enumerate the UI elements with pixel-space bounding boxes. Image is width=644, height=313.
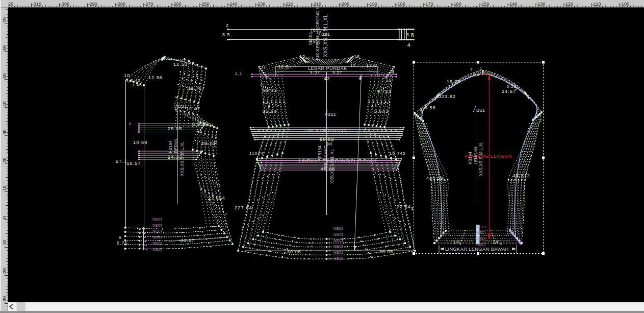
svg-text:213: 213 bbox=[305, 56, 314, 60]
svg-text:XXS,XS,S,M,L,XL: XXS,XS,S,M,L,XL bbox=[179, 141, 185, 176]
svg-text:NECI: NECI bbox=[333, 256, 343, 261]
svg-text:NECI: NECI bbox=[152, 241, 162, 246]
svg-text:30.07: 30.07 bbox=[181, 238, 195, 243]
svg-text:12.5: 12.5 bbox=[366, 63, 377, 68]
svg-text:LINGKAR DADA[2]: LINGKAR DADA[2] bbox=[304, 128, 348, 133]
svg-text:DEPAN: DEPAN bbox=[173, 138, 178, 153]
svg-text:10.69: 10.69 bbox=[133, 140, 148, 145]
svg-text:NECI: NECI bbox=[333, 244, 343, 249]
svg-text:2,18: 2,18 bbox=[300, 60, 310, 64]
svg-text:XXS,XS,S,M,L,XL: XXS,XS,S,M,L,XL bbox=[329, 149, 334, 184]
svg-text:3: 3 bbox=[459, 242, 461, 246]
svg-text:60: 60 bbox=[2, 45, 7, 51]
svg-text:-240: -240 bbox=[228, 2, 237, 7]
svg-text:NECI: NECI bbox=[333, 226, 343, 231]
svg-text:-200: -200 bbox=[340, 2, 349, 7]
svg-text:50: 50 bbox=[2, 74, 7, 79]
svg-text:30.06: 30.06 bbox=[287, 249, 301, 254]
svg-text:2.4: 2.4 bbox=[473, 73, 480, 77]
svg-text:-250: -250 bbox=[200, 2, 209, 7]
svg-text:10: 10 bbox=[124, 73, 130, 78]
svg-text:10: 10 bbox=[2, 185, 7, 190]
svg-text:NECI: NECI bbox=[152, 229, 162, 233]
svg-text:3: 3 bbox=[411, 206, 414, 211]
svg-text:30: 30 bbox=[2, 130, 7, 135]
svg-text:23.82: 23.82 bbox=[442, 94, 456, 99]
svg-text:-140: -140 bbox=[508, 2, 517, 7]
svg-text:12.5: 12.5 bbox=[278, 64, 289, 69]
svg-text:-120: -120 bbox=[564, 2, 573, 7]
svg-text:1.46: 1.46 bbox=[132, 83, 142, 87]
svg-text:-30: -30 bbox=[2, 296, 7, 303]
svg-text:NECI: NECI bbox=[333, 250, 343, 255]
svg-text:2: 2 bbox=[226, 23, 229, 28]
svg-text:12.47: 12.47 bbox=[186, 106, 200, 111]
svg-text:-10: -10 bbox=[2, 240, 7, 247]
svg-text:2: 2 bbox=[129, 122, 132, 126]
svg-text:40: 40 bbox=[2, 102, 7, 107]
svg-text:FB194: FB194 bbox=[168, 140, 173, 153]
svg-text:BIS KERAH + LORONG KE: BIS KERAH + LORONG KE bbox=[315, 3, 320, 60]
svg-text:NECI: NECI bbox=[476, 242, 486, 247]
svg-text:FB194: FB194 bbox=[308, 32, 313, 45]
svg-text:3.42: 3.42 bbox=[131, 78, 141, 83]
svg-text:9: 9 bbox=[268, 104, 271, 109]
svg-text:NECI: NECI bbox=[152, 223, 162, 228]
svg-text:-310: -310 bbox=[32, 2, 41, 7]
svg-text:2,1: 2,1 bbox=[235, 71, 242, 76]
svg-text:-100: -100 bbox=[620, 2, 629, 7]
svg-text:5.643: 5.643 bbox=[374, 109, 389, 114]
svg-text:3.3: 3.3 bbox=[257, 128, 265, 133]
svg-text:0.75: 0.75 bbox=[117, 240, 128, 246]
svg-text:30.06: 30.06 bbox=[379, 249, 394, 254]
svg-text:27.64: 27.64 bbox=[397, 204, 411, 209]
svg-text:-0.22: -0.22 bbox=[505, 84, 517, 89]
svg-text:8.951: 8.951 bbox=[192, 122, 207, 127]
svg-text:24.67: 24.67 bbox=[502, 89, 516, 94]
svg-text:25.05: 25.05 bbox=[168, 126, 183, 131]
svg-text:3: 3 bbox=[500, 242, 502, 246]
svg-text:57.7: 57.7 bbox=[116, 159, 127, 164]
svg-text:LINGKAR LENGAN BAWAH: LINGKAR LENGAN BAWAH bbox=[445, 247, 509, 252]
svg-text:0: 0 bbox=[2, 216, 7, 219]
svg-text:15.98: 15.98 bbox=[447, 79, 461, 84]
svg-text:12.53: 12.53 bbox=[173, 62, 188, 67]
svg-text:NECI: NECI bbox=[152, 235, 162, 239]
svg-text:-190: -190 bbox=[368, 2, 377, 7]
svg-text:FB194: FB194 bbox=[317, 146, 322, 158]
svg-text:11.: 11. bbox=[261, 65, 268, 69]
svg-text:NECI: NECI bbox=[333, 238, 343, 243]
svg-text:42: 42 bbox=[324, 76, 330, 81]
svg-text:9.723: 9.723 bbox=[377, 89, 392, 94]
svg-text:3.3: 3.3 bbox=[390, 128, 397, 133]
svg-text:-280: -280 bbox=[116, 2, 125, 7]
svg-text:2: 2 bbox=[196, 73, 199, 78]
svg-text:12.96: 12.96 bbox=[148, 75, 163, 80]
svg-text:16: 16 bbox=[354, 54, 360, 59]
svg-text:9.57: 9.57 bbox=[332, 70, 343, 75]
svg-text:9.57: 9.57 bbox=[310, 70, 320, 75]
svg-text:110: 110 bbox=[249, 151, 257, 156]
svg-text:-210: -210 bbox=[312, 2, 321, 7]
svg-text:-300: -300 bbox=[60, 2, 69, 7]
svg-text:50.02: 50.02 bbox=[320, 137, 334, 142]
svg-text:BS1: BS1 bbox=[178, 104, 187, 109]
svg-text:4: 4 bbox=[407, 42, 411, 48]
svg-text:227.64: 227.64 bbox=[235, 205, 252, 210]
svg-text:-110: -110 bbox=[592, 2, 601, 7]
svg-text:-270: -270 bbox=[144, 2, 153, 7]
svg-text:-160: -160 bbox=[452, 2, 461, 7]
svg-text:-.1: -.1 bbox=[476, 66, 483, 71]
svg-text:-260: -260 bbox=[172, 2, 182, 7]
svg-text:444.59: 444.59 bbox=[426, 176, 444, 181]
svg-text:9: 9 bbox=[119, 235, 122, 240]
svg-text:20: 20 bbox=[2, 157, 7, 162]
svg-text:3.5: 3.5 bbox=[222, 32, 230, 37]
svg-text:2: 2 bbox=[539, 118, 543, 123]
svg-text:7: 7 bbox=[470, 67, 473, 72]
svg-text:NECI: NECI bbox=[476, 230, 486, 235]
svg-text:70: 70 bbox=[2, 17, 7, 22]
svg-text:-230: -230 bbox=[256, 2, 265, 7]
svg-text:-290: -290 bbox=[88, 2, 97, 7]
svg-text:99.72: 99.72 bbox=[263, 88, 277, 93]
